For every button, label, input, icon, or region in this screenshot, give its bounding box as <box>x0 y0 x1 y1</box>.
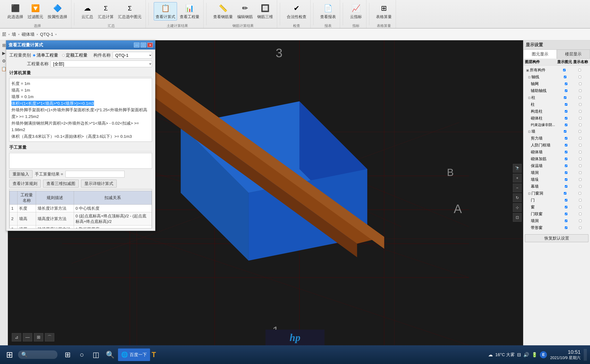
panel-check-insulation-wall-show[interactable] <box>559 163 573 168</box>
taskbar-app-search[interactable]: 🔍 <box>104 349 116 361</box>
taskbar-app-circle[interactable]: ○ <box>76 349 88 361</box>
ribbon-btn-filter[interactable]: 🔽 过滤图元 <box>26 2 45 20</box>
radio-bill-input[interactable] <box>33 54 35 57</box>
panel-check-column-group-show[interactable] <box>558 95 572 100</box>
panel-check-door-window-combo-show[interactable] <box>559 212 573 216</box>
ribbon-btn-cloud-indicator[interactable]: 📈 云指标 <box>348 2 364 20</box>
panel-check-door-window-combo-name[interactable] <box>573 212 587 216</box>
ribbon-btn-table-calc[interactable]: ⊞ 表格算量 <box>374 2 393 20</box>
dialog-maximize-btn[interactable]: □ <box>141 43 146 47</box>
vp-bottom-btn-2[interactable]: — <box>23 333 32 341</box>
radio-bill[interactable]: 清单工程量 <box>33 52 58 58</box>
view-3d-btn[interactable]: 查看三维扣减图 <box>43 180 79 188</box>
table-scroll[interactable]: 工程量名称 规则描述 扣减关系 1 长度 墙长度计算方法 0 中心线长度 <box>9 189 152 228</box>
show-detail-btn[interactable]: 显示详细计算式 <box>81 180 117 188</box>
panel-check-struct-column-show[interactable] <box>559 109 573 114</box>
ribbon-btn-validity-check[interactable]: ✔ 合法性检查 <box>285 2 308 20</box>
panel-check-all-show[interactable] <box>557 68 572 72</box>
panel-check-door-window-group-show[interactable] <box>558 191 572 195</box>
vp-bottom-btn-4[interactable]: ⌒ <box>45 333 54 341</box>
dialog-minimize-btn[interactable]: — <box>134 43 139 47</box>
ribbon-btn-rebar-3d[interactable]: 🔲 钢筋三维 <box>256 2 275 20</box>
vp-tool-fit[interactable]: ⊡ <box>513 213 522 222</box>
ribbon-btn-view-formula[interactable]: 📋 查看计算式 <box>154 2 177 20</box>
ribbon-btn-calc-summary[interactable]: Σ 汇总计算 <box>96 2 115 20</box>
panel-check-curtain-wall-name[interactable] <box>573 184 587 189</box>
panel-check-wall-hole-name[interactable] <box>573 170 587 175</box>
qty-name-select[interactable]: [全部] <box>51 60 152 67</box>
panel-check-grid-name[interactable] <box>573 82 587 86</box>
taskbar-time[interactable]: 10:51 2021/10/9 星期六 <box>550 349 581 360</box>
tab-element-display[interactable]: 图元显示 <box>523 50 557 58</box>
reinput-btn[interactable]: 重新输入 <box>9 170 33 178</box>
panel-check-constraint-edge-show[interactable] <box>559 123 573 127</box>
panel-check-door-name[interactable] <box>573 198 587 202</box>
taskbar-start-btn[interactable]: ⊞ <box>3 349 16 361</box>
panel-check-wall-group-name[interactable] <box>572 129 587 134</box>
panel-check-insulation-wall-name[interactable] <box>573 163 587 168</box>
panel-check-masonry-wall-show[interactable] <box>559 150 573 154</box>
vp-tool-rotate[interactable]: ↻ <box>513 193 522 202</box>
ribbon-btn-view-rebar-qty[interactable]: 📏 查看钢筋量 <box>212 2 234 20</box>
formula-line-4[interactable]: 体积=(1<长度>*1<墙高>*0.1<墙厚>)>=0.1m3 <box>11 100 150 107</box>
expand-axis-icon[interactable]: ⊡ <box>528 76 531 79</box>
panel-check-masonry-wall-name[interactable] <box>573 150 587 154</box>
panel-check-civil-defense-name[interactable] <box>573 143 587 147</box>
panel-check-shear-wall-show[interactable] <box>559 136 573 141</box>
panel-check-door-window-group-name[interactable] <box>572 191 587 195</box>
panel-check-wall-hole-show[interactable] <box>559 170 573 175</box>
panel-check-column-show[interactable] <box>559 102 573 107</box>
view-rules-btn[interactable]: 查看计算规则 <box>9 180 41 188</box>
manual-result-input[interactable] <box>66 171 125 177</box>
panel-check-axis-show[interactable] <box>558 75 572 79</box>
taskbar-active-app-btn[interactable]: 🌐 百度一下 <box>118 349 150 361</box>
vp-tool-zoom-in[interactable]: + <box>513 174 522 182</box>
panel-check-masonry-rebar-name[interactable] <box>573 157 587 161</box>
component-name-select[interactable]: QTQ-1 <box>113 52 152 58</box>
vp-tool-zoom-out[interactable]: − <box>513 184 522 192</box>
expand-wall-icon[interactable]: ⊡ <box>528 130 531 133</box>
ribbon-btn-view-qty[interactable]: 📊 查看工程量 <box>178 2 201 20</box>
radio-quota[interactable]: 定额工程量 <box>62 52 87 58</box>
ribbon-btn-attr-select[interactable]: 🔷 按属性选择 <box>46 2 69 20</box>
panel-check-column-name[interactable] <box>573 102 587 107</box>
panel-check-axis-name[interactable] <box>572 75 587 79</box>
panel-check-shear-wall-name[interactable] <box>573 136 587 141</box>
ribbon-btn-select-all[interactable]: ⬛ 此选选择 <box>6 2 25 20</box>
tab-floor-display[interactable]: 楼层显示 <box>557 50 590 58</box>
expand-door-window-icon[interactable]: ⊡ <box>528 192 531 195</box>
panel-check-constraint-edge-name[interactable] <box>573 123 587 127</box>
expand-column-icon[interactable]: ⊡ <box>528 96 531 99</box>
expand-all-icon[interactable]: ▣ <box>526 69 529 72</box>
dialog-close-btn[interactable]: ✕ <box>147 43 153 47</box>
panel-check-civil-defense-show[interactable] <box>559 143 573 147</box>
ribbon-btn-edit-rebar[interactable]: ✏ 编辑钢筋 <box>236 2 255 20</box>
panel-check-wall-group-show[interactable] <box>558 129 572 134</box>
reset-default-btn[interactable]: 恢复默认设置 <box>525 234 588 242</box>
taskbar-search-area[interactable]: 🔍 <box>18 351 57 359</box>
panel-check-window-show[interactable] <box>559 205 573 209</box>
panel-check-aux-axis-show[interactable] <box>559 88 573 93</box>
panel-check-strip-window-show[interactable] <box>559 225 573 230</box>
ribbon-btn-cloud-summary[interactable]: ☁ 云汇总 <box>79 2 95 20</box>
taskbar-app-store[interactable]: ⊞ <box>61 349 74 361</box>
panel-check-door-show[interactable] <box>559 198 573 202</box>
radio-quota-input[interactable] <box>62 54 65 57</box>
panel-check-wall-buttress-show[interactable] <box>559 177 573 182</box>
vp-bottom-btn-3[interactable]: ⊞ <box>34 333 43 341</box>
ribbon-btn-summary-selected[interactable]: Σ 汇总选中图元 <box>116 2 143 20</box>
panel-check-aux-axis-name[interactable] <box>573 88 587 93</box>
vp-tool-perspective[interactable]: 🔭 <box>513 164 522 173</box>
ribbon-btn-view-report[interactable]: 📄 查看报表 <box>319 2 337 20</box>
panel-check-wall-buttress-name[interactable] <box>573 177 587 182</box>
panel-check-masonry-rebar-show[interactable] <box>559 157 573 161</box>
taskbar-t-btn[interactable]: T <box>152 351 156 359</box>
panel-check-grid-show[interactable] <box>559 82 573 86</box>
vp-tool-select[interactable]: ⊹ <box>513 203 522 212</box>
panel-check-wall-opening-show[interactable] <box>559 219 573 223</box>
show-desktop-btn[interactable] <box>584 349 587 361</box>
panel-check-masonry-column-name[interactable] <box>573 116 587 120</box>
panel-check-all-name[interactable] <box>572 68 587 72</box>
user-avatar[interactable]: E <box>540 351 547 358</box>
panel-check-wall-opening-name[interactable] <box>573 219 587 223</box>
